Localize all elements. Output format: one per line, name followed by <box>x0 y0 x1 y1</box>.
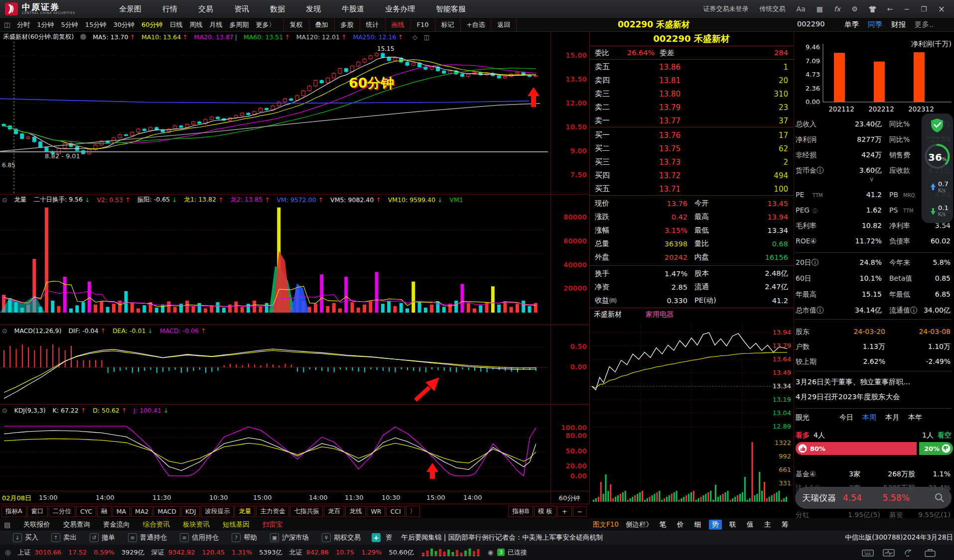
sidebar-toggle[interactable]: 侧边栏》 <box>626 520 653 529</box>
trade-信用持仓[interactable]: 信用持仓 <box>192 533 219 542</box>
f10-tab-更多..[interactable]: 更多.. <box>915 20 934 29</box>
search-icon[interactable] <box>935 493 945 503</box>
news-item[interactable]: 3月26日关于董事、独立董事辞职... <box>796 377 953 387</box>
news-item[interactable]: 4月29日召开2023年度股东大会 <box>796 392 953 402</box>
period-1分钟[interactable]: 1分钟 <box>37 20 54 29</box>
right-news[interactable]: 中信出版(300788)2024年3月28日 <box>845 533 953 542</box>
eye-tab-本年[interactable]: 本年 <box>908 413 922 422</box>
settings-gear-icon[interactable]: ⚙ <box>851 5 858 13</box>
indicator-tab-WR[interactable]: WR <box>367 506 385 517</box>
index-expand-icon[interactable]: ◎ <box>5 549 10 556</box>
bid-row[interactable]: 买五13.71100 <box>590 182 793 196</box>
eye-tab-今日[interactable]: 今日 <box>839 413 853 422</box>
period-60分钟[interactable]: 60分钟 <box>141 20 163 29</box>
tool-多股[interactable]: 多股 <box>334 18 360 31</box>
indicator-tab-KDJ[interactable]: KDJ <box>181 506 200 517</box>
ask-row[interactable]: 卖二13.7923 <box>590 101 793 114</box>
font-size-icon[interactable]: Aa <box>797 5 806 13</box>
indicator-tab-窗口[interactable]: 窗口 <box>27 506 48 517</box>
collapse-icon[interactable]: ⊙ <box>2 407 7 414</box>
nav-item-全景图[interactable]: 全景图 <box>119 4 141 14</box>
trade-沪深市场[interactable]: 沪深市场 <box>282 533 309 542</box>
login-status[interactable]: 证券交易未登录 <box>703 4 749 13</box>
nav-item-牛股道[interactable]: 牛股道 <box>342 4 364 14</box>
intraday-mini-chart[interactable] <box>590 309 793 504</box>
indicator-tab-二分位[interactable]: 二分位 <box>49 506 76 517</box>
period-5分钟[interactable]: 5分钟 <box>61 20 78 29</box>
tool-画线[interactable]: 画线 <box>385 18 410 31</box>
indicator-tab-−[interactable]: − <box>573 506 587 517</box>
restore-icon[interactable]: ❐ <box>921 5 927 13</box>
indicator-tab-龙量[interactable]: 龙量 <box>235 506 255 517</box>
view-tab-势[interactable]: 势 <box>709 520 722 530</box>
indicator-tab-指标A[interactable]: 指标A <box>1 506 26 517</box>
period-周线[interactable]: 周线 <box>190 20 203 29</box>
nav-item-发现[interactable]: 发现 <box>306 4 321 14</box>
trade-普通持仓[interactable]: 普通持仓 <box>140 533 167 542</box>
indicator-tab-龙百[interactable]: 龙百 <box>324 506 344 517</box>
func-交易查询[interactable]: 交易查询 <box>63 520 90 529</box>
f10-tab-财报[interactable]: 财报 <box>891 20 906 29</box>
kline-chart[interactable]: 8.82 - 9.016.8515.1560分钟60分钟 <box>0 32 589 504</box>
indicator-tab-波段提示[interactable]: 波段提示 <box>201 506 234 517</box>
nav-item-业务办理[interactable]: 业务办理 <box>385 4 415 14</box>
ask-row[interactable]: 卖三13.80310 <box>590 87 793 101</box>
pane-toggle-icon[interactable]: ◫ <box>4 21 10 28</box>
add-panel-button[interactable]: + <box>372 533 381 542</box>
collapse-icon[interactable]: ⊙ <box>2 196 7 204</box>
bid-row[interactable]: 买三13.732 <box>590 155 793 169</box>
collapse-icon[interactable]: ⊙ <box>2 327 7 335</box>
f10-tab-同季[interactable]: 同季 <box>868 20 882 29</box>
nav-item-数据[interactable]: 数据 <box>270 4 285 14</box>
list-icon[interactable]: ▤ <box>4 521 10 529</box>
period-分时[interactable]: 分时 <box>17 20 30 29</box>
func-板块资讯[interactable]: 板块资讯 <box>183 520 210 529</box>
news-ticker[interactable]: 午后要闻集锦 | 国防部举行例行记者会：中美海上军事安全磋商机制 <box>402 533 671 542</box>
period-日线[interactable]: 日线 <box>170 20 183 29</box>
nav-item-资讯[interactable]: 资讯 <box>234 4 249 14</box>
ask-row[interactable]: 卖五13.861 <box>590 60 793 74</box>
indicator-tab-MA2[interactable]: MA2 <box>131 506 152 517</box>
skin-icon[interactable] <box>869 6 876 12</box>
period-多周期[interactable]: 多周期 <box>230 20 249 29</box>
layout-grid-icon[interactable]: ▦ <box>817 5 823 13</box>
func-综合资讯[interactable]: 综合资讯 <box>143 520 170 529</box>
expand-chevron-icon[interactable]: ∨ <box>869 175 874 183</box>
indicator-tab-+[interactable]: + <box>557 506 571 517</box>
formula-icon[interactable]: fx <box>834 5 840 13</box>
view-tab-值[interactable]: 值 <box>744 520 757 530</box>
trade-买入[interactable]: 买入 <box>25 533 38 542</box>
indicator-tab-指标B[interactable]: 指标B <box>508 506 533 517</box>
tool-返回[interactable]: 返回 <box>491 18 517 31</box>
stock-toast[interactable]: 天瑞仪器 4.54 5.58% <box>795 487 952 509</box>
back-arrow-icon[interactable]: ← <box>887 5 893 13</box>
nav-item-行情[interactable]: 行情 <box>162 4 177 14</box>
bid-row[interactable]: 买一13.7617 <box>590 128 793 142</box>
view-tab-细[interactable]: 细 <box>691 520 704 530</box>
tool-统计[interactable]: 统计 <box>360 18 385 31</box>
tool-标记[interactable]: 标记 <box>435 18 460 31</box>
indicator-tab-MA[interactable]: MA <box>113 506 130 517</box>
tool-F10[interactable]: F10 <box>410 19 435 30</box>
indicator-tab-CCI[interactable]: CCI <box>386 506 405 517</box>
view-tab-主[interactable]: 主 <box>761 520 774 530</box>
indicator-tab-融[interactable]: 融 <box>97 506 112 517</box>
nav-item-交易[interactable]: 交易 <box>198 4 213 14</box>
close-icon[interactable]: × <box>938 4 945 14</box>
f10-graphic-button[interactable]: 图文F10 <box>593 520 619 529</box>
view-tab-联[interactable]: 联 <box>726 520 739 530</box>
indicator-tab-龙线[interactable]: 龙线 <box>345 506 366 517</box>
indicator-tab-模 板[interactable]: 模 板 <box>534 506 556 517</box>
view-tab-筹[interactable]: 筹 <box>779 520 792 530</box>
tool-叠加[interactable]: 叠加 <box>309 18 334 31</box>
f10-tab-单季[interactable]: 单季 <box>844 20 859 29</box>
security-widget[interactable]: 36% 0.7 K/s 0.1 K/s <box>922 113 953 223</box>
func-短线基因[interactable]: 短线基因 <box>223 520 250 529</box>
indicator-tab-CYC[interactable]: CYC <box>76 506 96 517</box>
eye-tab-本月[interactable]: 本月 <box>885 413 899 422</box>
view-tab-价[interactable]: 价 <box>674 520 687 530</box>
eye-tab-本周[interactable]: 本周 <box>862 413 876 422</box>
trade-卖出[interactable]: 卖出 <box>63 533 77 542</box>
func-扫雷宝[interactable]: 扫雷宝 <box>263 520 283 529</box>
func-资金流向[interactable]: 资金流向 <box>103 520 130 529</box>
